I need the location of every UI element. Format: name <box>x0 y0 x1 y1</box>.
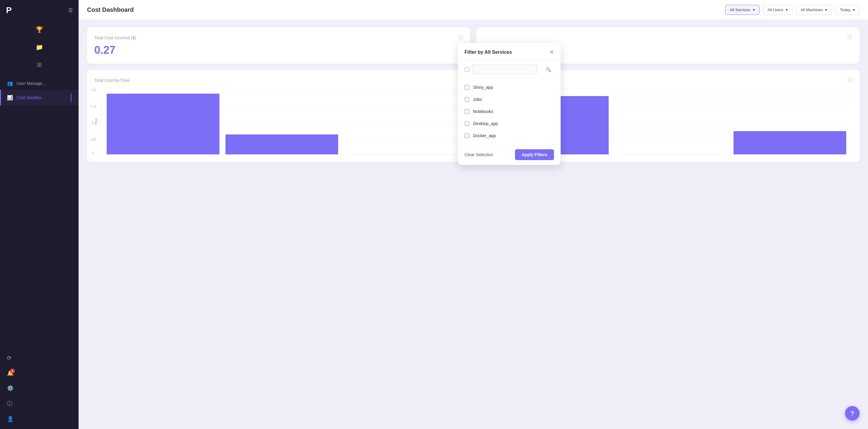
all-users-label: All Users <box>768 7 783 12</box>
notification-badge: 4 <box>10 369 15 373</box>
clear-selection-button[interactable]: Clear Selection <box>465 152 493 157</box>
chevron-down-icon: ▾ <box>753 7 755 12</box>
sidebar-logo: P ☰ <box>0 0 79 21</box>
filter-label-shiny-app: Shiny_app <box>473 85 493 90</box>
page-title: Cost Dashboard <box>87 6 133 13</box>
sidebar-item-notifications[interactable]: 🔔 4 <box>0 366 79 380</box>
settings-icon: ⚙️ <box>7 385 13 392</box>
sidebar-icon-grid[interactable]: ⊞ <box>33 59 45 71</box>
chevron-down-icon-4: ▾ <box>853 7 855 12</box>
sidebar-item-settings[interactable]: ⚙️ <box>0 381 79 395</box>
user-manage-icon: 👥 <box>7 80 13 86</box>
usage-info-icon[interactable]: ⓘ <box>847 77 852 84</box>
filter-label-notebooks: Notebooks <box>473 109 493 114</box>
total-cost-info-icon[interactable]: ⓘ <box>458 34 463 41</box>
apply-filters-button[interactable]: Apply Filters <box>515 149 554 160</box>
sidebar: P ☰ 🏆 📁 ⊞ 👥 User Manage... 📊 Cost Dashbo… <box>0 0 79 429</box>
filter-checkbox-docker-app[interactable] <box>465 133 469 138</box>
sidebar-item-profile[interactable]: 👤 <box>0 412 79 426</box>
filter-checkbox-jobs[interactable] <box>465 97 469 102</box>
filter-label-docker-app: Docker_app <box>473 133 496 138</box>
total-cost-value: 0.27 <box>94 44 463 57</box>
sidebar-icon-folder[interactable]: 📁 <box>33 41 45 53</box>
y-tick-0.05: 0.05 <box>91 138 96 141</box>
today-label: Today <box>840 7 850 12</box>
topbar: Cost Dashboard All Services ▾ All Users … <box>79 0 868 20</box>
y-tick-0.2: 0.2 <box>92 88 96 92</box>
cost-by-time-title: Total Cost-by-Time <box>94 78 130 83</box>
sidebar-icon-trophy[interactable]: 🏆 <box>33 24 45 36</box>
sidebar-bottom: ⟳ 🔔 4 ⚙️ ⓘ 👤 <box>0 348 79 429</box>
profile-icon: 👤 <box>7 416 13 422</box>
filter-item-notebooks[interactable]: Notebooks <box>458 105 561 118</box>
filter-items-list: Shiny_app Jobs Notebooks Desktop_app Doc… <box>458 79 561 144</box>
filter-search-wrap: 🔍 <box>472 64 554 74</box>
sidebar-item-help[interactable]: ⓘ <box>0 396 79 411</box>
topbar-filters: All Services ▾ All Users ▾ All Machines … <box>725 5 860 15</box>
bar-2-left <box>225 134 338 154</box>
filter-label-jobs: Jobs <box>473 97 482 102</box>
filter-item-jobs[interactable]: Jobs <box>458 93 561 105</box>
filter-panel: Filter by All Services ✕ 🔍 Shiny_app Job… <box>458 43 561 165</box>
filter-item-desktop-app[interactable]: Desktop_app <box>458 118 561 130</box>
second-card-info-icon[interactable]: ⓘ <box>847 34 852 41</box>
cost-by-time-card: Total Cost-by-Time ⓘ Cost 0.2 0.15 0.1 0… <box>87 70 470 162</box>
sidebar-item-user-manage[interactable]: 👥 User Manage... <box>0 77 79 90</box>
filter-checkbox-shiny-app[interactable] <box>465 85 469 90</box>
y-tick-0.15: 0.15 <box>91 105 96 108</box>
filter-search-row: 🔍 <box>458 60 561 79</box>
user-manage-label: User Manage... <box>17 81 45 86</box>
filter-label-desktop-app: Desktop_app <box>473 121 498 126</box>
total-cost-card: Total Cost Incurred ($) ⓘ 0.27 <box>87 27 470 64</box>
total-cost-label: Total Cost Incurred ($) <box>94 35 136 40</box>
bar-1-left <box>107 94 219 154</box>
filter-checkbox-desktop-app[interactable] <box>465 121 469 126</box>
chart-label-row-left: Total Cost-by-Time ⓘ <box>94 77 463 84</box>
today-filter-btn[interactable]: Today ▾ <box>835 5 860 15</box>
all-services-filter-btn[interactable]: All Services ▾ <box>725 5 760 15</box>
filter-checkbox-notebooks[interactable] <box>465 109 469 114</box>
menu-icon[interactable]: ☰ <box>68 7 72 13</box>
chevron-down-icon-2: ▾ <box>786 7 788 12</box>
all-services-label: All Services <box>730 7 750 12</box>
sidebar-item-cost-dashboard[interactable]: 📊 Cost Dashbo... <box>0 90 79 105</box>
all-machines-filter-btn[interactable]: All Machines ▾ <box>796 5 832 15</box>
chevron-down-icon-3: ▾ <box>825 7 827 12</box>
cost-dashboard-icon: 📊 <box>7 95 13 101</box>
filter-panel-title: Filter by All Services <box>465 50 512 55</box>
main-content: Filter by All Services ✕ 🔍 Shiny_app Job… <box>79 20 868 429</box>
all-machines-label: All Machines <box>801 7 823 12</box>
sidebar-item-analytics[interactable]: ⟳ <box>0 351 79 365</box>
filter-close-button[interactable]: ✕ <box>550 49 554 56</box>
search-icon: 🔍 <box>546 67 551 72</box>
sidebar-nav: 👥 User Manage... 📊 Cost Dashbo... <box>0 74 79 108</box>
filter-item-shiny-app[interactable]: Shiny_app <box>458 81 561 93</box>
y-tick-0: 0 <box>92 151 94 155</box>
select-all-checkbox[interactable] <box>465 67 469 72</box>
analytics-icon: ⟳ <box>7 355 11 361</box>
main-area: Cost Dashboard All Services ▾ All Users … <box>79 0 868 429</box>
filter-item-docker-app[interactable]: Docker_app <box>458 130 561 142</box>
all-users-filter-btn[interactable]: All Users ▾ <box>763 5 793 15</box>
y-tick-0.1: 0.1 <box>92 122 96 125</box>
second-card-header: ⓘ <box>484 34 852 41</box>
bar-3-right <box>734 131 846 154</box>
filter-search-input[interactable] <box>472 64 537 74</box>
filter-panel-header: Filter by All Services ✕ <box>458 43 561 60</box>
help-fab-button[interactable]: ? <box>845 406 860 421</box>
total-cost-card-header: Total Cost Incurred ($) ⓘ <box>94 34 463 41</box>
logo-letter: P <box>6 5 12 15</box>
help-icon: ⓘ <box>7 400 12 407</box>
filter-footer: Clear Selection Apply Filters <box>458 144 561 165</box>
cost-dashboard-label: Cost Dashbo... <box>17 95 45 100</box>
